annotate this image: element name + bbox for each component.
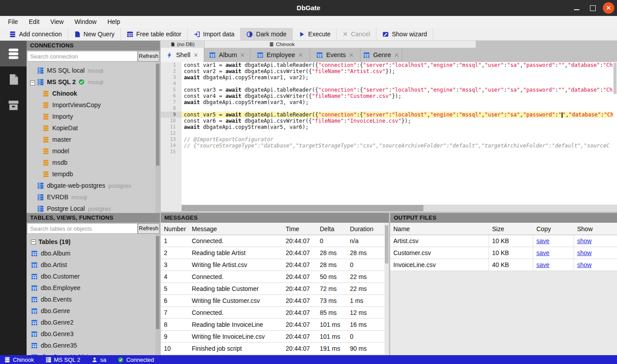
menu-view[interactable]: View [46, 16, 68, 28]
table-item[interactable]: dbo.Genre [27, 305, 160, 317]
table-item[interactable]: dbo.Genre35 [27, 340, 160, 351]
show-link[interactable]: show [577, 249, 592, 256]
collapse-icon[interactable]: − [30, 81, 35, 85]
table-item[interactable]: dbo.Genre2 [27, 317, 160, 328]
save-link[interactable]: save [536, 249, 550, 256]
add-connection-button[interactable]: Add connection [4, 28, 68, 40]
collapse-icon[interactable]: − [31, 240, 36, 244]
menu-window[interactable]: Window [70, 16, 101, 28]
cancel-button[interactable]: ✕ Cancel [337, 28, 376, 40]
script-editor[interactable]: 1const var1 = await dbgateApi.tableReade… [161, 62, 617, 212]
message-row: 7Connected. 20:44:0785 ms 12 ms [161, 307, 389, 319]
table-item[interactable]: dbo.Album [27, 248, 160, 259]
scrollbar-thumb[interactable] [182, 205, 423, 211]
database-item[interactable]: ImportViewsCopy [27, 99, 160, 111]
minimize-button[interactable] [571, 2, 582, 14]
tab-genre[interactable]: Genre ✕ [361, 48, 402, 62]
table-icon [31, 331, 38, 337]
connection-item[interactable]: − MS SQL 2 mssql [27, 76, 160, 88]
tables-search-input[interactable] [27, 223, 138, 234]
rail-archive-tab[interactable] [0, 92, 27, 118]
show-link[interactable]: show [577, 237, 592, 244]
connection-item[interactable]: MS SQL local mssql [27, 65, 160, 76]
connected-check-icon [78, 79, 85, 85]
database-item[interactable]: Importy [27, 111, 160, 122]
rail-connections-tab[interactable] [0, 41, 27, 66]
editor-horizontal-scrollbar[interactable] [161, 205, 617, 212]
new-query-button[interactable]: New Query [68, 28, 121, 40]
message-row: 3Writing file Artist.csv 20:44:0728 ms 0 [161, 259, 389, 271]
connection-search-input[interactable] [27, 51, 138, 62]
file-icon [171, 42, 175, 46]
save-link[interactable]: save [536, 261, 550, 268]
tables-scrollbar[interactable] [155, 234, 160, 355]
table-item[interactable]: dbo.GenreMultiList [27, 351, 160, 355]
database-icon [43, 102, 49, 108]
connections-refresh-button[interactable]: Refresh [138, 51, 159, 62]
code-line: await dbgateApi.copyStream(var5, var6); [182, 124, 613, 130]
connection-item[interactable]: Postgre Local postgres [27, 203, 160, 213]
editor-vertical-scrollbar[interactable] [613, 62, 617, 205]
table-icon [31, 285, 38, 291]
status-database[interactable]: Chinook [4, 356, 34, 363]
play-icon [299, 31, 305, 38]
tables-panel: TABLES, VIEWS, FUNCTIONS Refresh − Table… [27, 213, 160, 355]
close-icon[interactable]: ✕ [194, 52, 198, 58]
execute-button[interactable]: Execute [293, 28, 337, 40]
database-icon [43, 113, 49, 120]
close-icon[interactable]: ✕ [240, 52, 245, 58]
table-item[interactable]: dbo.Employee [27, 282, 160, 294]
messages-scrollbar[interactable] [384, 223, 389, 355]
show-wizard-button[interactable]: Show wizard [376, 28, 433, 40]
database-item[interactable]: Chinook [27, 88, 160, 99]
table-item[interactable]: dbo.Genre3 [27, 328, 160, 340]
connections-list: MS SQL local mssql − MS SQL 2 mssql Chin… [27, 62, 160, 213]
window-title: DbGate [0, 0, 617, 16]
code-line: const var3 = await dbgateApi.tableReader… [182, 87, 613, 93]
message-row: 5Reading table Customer 20:44:0772 ms 22… [161, 283, 389, 295]
menu-bar: File Edit View Window Help [0, 16, 617, 28]
maximize-button[interactable] [587, 2, 598, 14]
table-item[interactable]: dbo.Customer [27, 271, 160, 282]
toolbar: Add connection New Query Free table edit… [0, 28, 617, 41]
close-icon[interactable]: ✕ [298, 52, 303, 58]
database-icon [8, 48, 19, 60]
database-item[interactable]: master [27, 134, 160, 145]
tab-events[interactable]: Events ✕ [310, 48, 361, 62]
database-item[interactable]: tempdb [27, 168, 160, 180]
message-row: 6Writing file Customer.csv 20:44:0773 ms… [161, 295, 389, 307]
status-connection-state[interactable]: Connected [118, 356, 154, 363]
save-link[interactable]: save [536, 237, 550, 244]
connections-scrollbar[interactable] [155, 62, 160, 213]
table-item[interactable]: dbo.Events [27, 294, 160, 305]
table-item[interactable]: dbo.Artist [27, 259, 160, 271]
connection-item[interactable]: dbgate-web-postgres postgres [27, 180, 160, 191]
tab-album[interactable]: Album ✕ [204, 48, 250, 62]
import-data-button[interactable]: Import data [188, 28, 241, 40]
status-server[interactable]: MS SQL 2 [46, 356, 80, 363]
tables-refresh-button[interactable]: Refresh [138, 223, 159, 234]
output-files-panel: OUTPUT FILES Name Size Copy Show Artist.… [390, 213, 617, 355]
menu-file[interactable]: File [4, 16, 23, 28]
database-item[interactable]: KopieDat [27, 122, 160, 134]
status-user[interactable]: sa [92, 356, 106, 363]
close-button[interactable]: ✕ [603, 2, 614, 14]
connection-item[interactable]: EVRDB mssql [27, 191, 160, 203]
close-icon[interactable]: ✕ [349, 52, 354, 58]
free-table-editor-button[interactable]: Free table editor [121, 28, 188, 40]
menu-edit[interactable]: Edit [24, 16, 44, 28]
database-item[interactable]: model [27, 145, 160, 157]
close-icon[interactable]: ✕ [394, 52, 399, 58]
rail-files-tab[interactable] [0, 66, 27, 92]
table-icon [363, 52, 370, 58]
menu-help[interactable]: Help [103, 16, 124, 28]
dark-mode-button[interactable]: Dark mode [241, 28, 292, 40]
tab-employee[interactable]: Employee ✕ [250, 48, 310, 62]
server-icon [37, 194, 44, 201]
tables-group[interactable]: − Tables (19) [27, 236, 160, 248]
archive-icon [8, 99, 19, 111]
tab-shell[interactable]: Shell ✕ [161, 48, 204, 62]
show-link[interactable]: show [577, 261, 592, 268]
connections-search-row: Refresh [27, 50, 160, 62]
database-item[interactable]: msdb [27, 157, 160, 168]
